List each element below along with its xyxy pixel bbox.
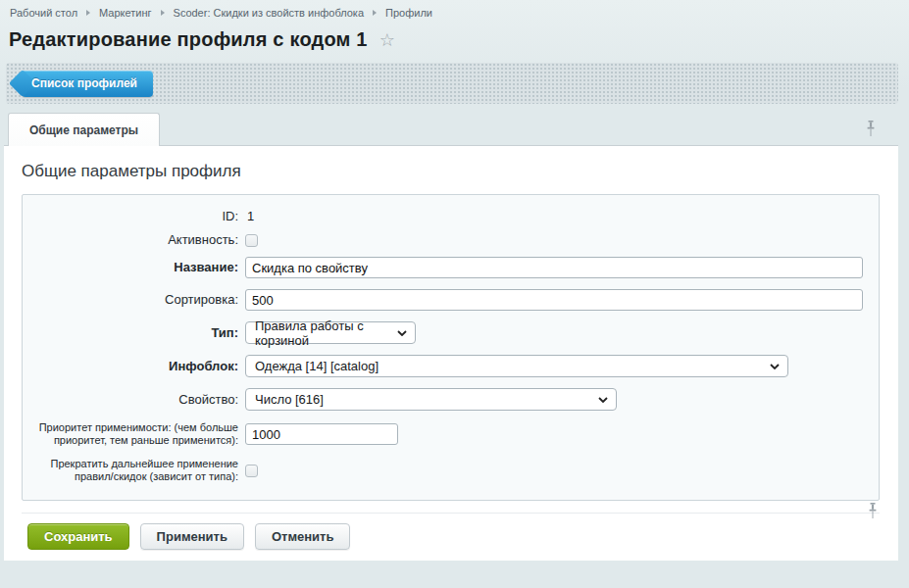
breadcrumb-item-marketing[interactable]: Маркетинг [99,7,151,19]
form-row-iblock: Инфоблок: Одежда [14] [catalog] [23,355,863,377]
form-row-active: Активность: [23,233,863,247]
active-checkbox[interactable] [245,234,258,247]
property-select[interactable]: Число [616] [245,388,617,411]
pin-icon[interactable] [867,503,879,523]
iblock-select[interactable]: Одежда [14] [catalog] [245,355,788,377]
type-select[interactable]: Правила работы с корзиной [245,321,416,344]
priority-input[interactable] [245,423,398,445]
form-row-priority: Приоритет применимости: (чем больше прио… [23,421,863,447]
iblock-label: Инфоблок: [23,360,238,373]
name-label: Название: [23,261,238,274]
title-row: Редактирование профиля с кодом 1 ☆ [0,19,909,51]
form-row-property: Свойство: Число [616] [23,388,863,411]
chevron-down-icon [598,397,608,403]
general-parameters-form: ID: 1 Активность: Название: Сортировка: … [22,194,880,501]
tabs-bar: Общие параметры [4,113,898,146]
form-row-name: Название: [23,257,863,278]
property-label: Свойство: [23,393,238,407]
chevron-down-icon [770,364,780,369]
sort-input[interactable] [245,289,863,311]
property-select-value: Число [616] [255,392,324,407]
stop-label: Прекратить дальнейшее применение правил/… [23,458,238,483]
sort-label: Сортировка: [23,293,238,307]
favorite-star-icon[interactable]: ☆ [379,31,395,49]
id-label: ID: [23,210,238,223]
breadcrumb-item-profiles: Профили [385,7,432,19]
breadcrumb-separator-icon [373,10,377,16]
apply-button[interactable]: Применить [140,523,244,550]
priority-label: Приоритет применимости: (чем больше прио… [23,421,238,447]
chevron-down-icon [397,330,407,336]
form-row-id: ID: 1 [23,209,863,223]
breadcrumb-separator-icon [161,10,165,16]
breadcrumb-separator-icon [86,10,90,16]
breadcrumb-item-scoder[interactable]: Scoder: Скидки из свойств инфоблока [174,7,365,19]
page-title: Редактирование профиля с кодом 1 [9,28,368,51]
breadcrumb: Рабочий стол Маркетинг Scoder: Скидки из… [0,0,909,19]
name-input[interactable] [245,257,863,278]
tab-general-parameters[interactable]: Общие параметры [8,113,160,146]
edit-form-panel: Общие параметры профиля ID: 1 Активность… [4,146,898,561]
save-button[interactable]: Сохранить [27,523,129,550]
breadcrumb-item-desktop[interactable]: Рабочий стол [10,7,77,19]
id-value: 1 [245,209,254,223]
cancel-button[interactable]: Отменить [255,523,351,550]
form-footer: Сохранить Применить Отменить [22,513,880,550]
iblock-select-value: Одежда [14] [catalog] [255,359,379,373]
form-row-type: Тип: Правила работы с корзиной [23,321,863,344]
pin-icon[interactable] [865,121,877,141]
form-row-sort: Сортировка: [23,289,863,311]
active-label: Активность: [23,233,238,247]
profile-list-button[interactable]: Список профилей [22,71,153,97]
context-toolbar: Список профилей [6,63,898,104]
section-heading: Общие параметры профиля [22,162,880,181]
type-label: Тип: [23,326,238,340]
form-row-stop: Прекратить дальнейшее применение правил/… [23,458,863,483]
stop-checkbox[interactable] [245,465,258,477]
type-select-value: Правила работы с корзиной [255,318,387,348]
